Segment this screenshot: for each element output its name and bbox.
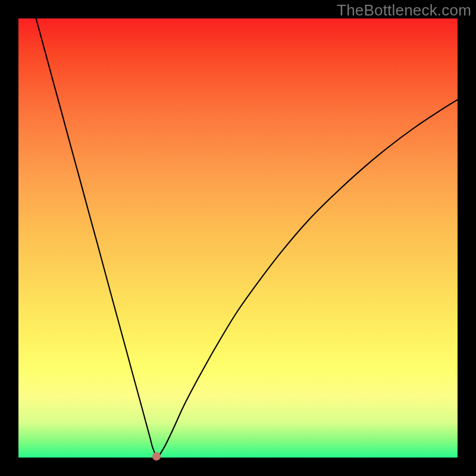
curve-layer bbox=[18, 18, 458, 458]
watermark-label: TheBottleneck.com bbox=[337, 1, 471, 20]
minimum-marker bbox=[152, 452, 161, 461]
bottleneck-curve bbox=[36, 18, 458, 456]
chart-frame: TheBottleneck.com bbox=[0, 0, 476, 476]
